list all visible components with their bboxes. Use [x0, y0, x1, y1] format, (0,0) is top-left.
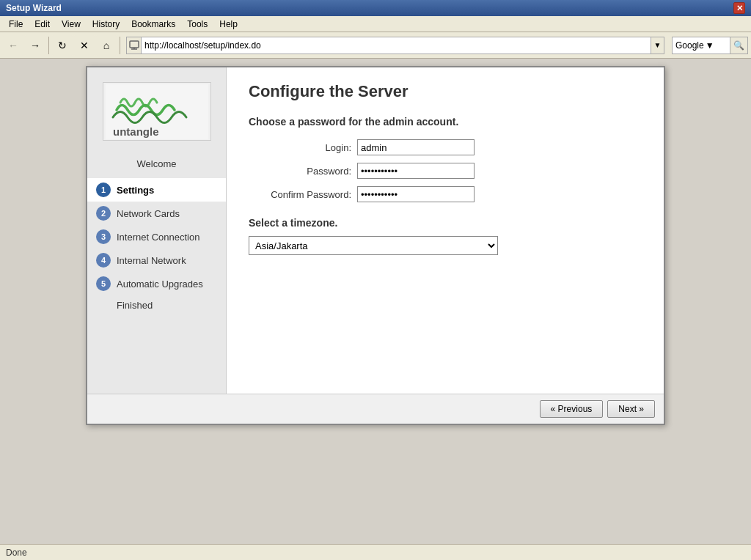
password-row: Password:	[249, 163, 642, 179]
finished-label: Finished	[117, 300, 153, 311]
sidebar-item-internet-connection[interactable]: 3 Internet Connection	[87, 225, 226, 248]
svg-text:untangle: untangle	[113, 125, 159, 138]
step-num-1: 1	[96, 183, 111, 197]
sidebar-item-automatic-upgrades[interactable]: 5 Automatic Upgrades	[87, 272, 226, 295]
browser-content: untangle Welcome 1 Settings 2 Network Ca…	[0, 59, 751, 544]
menu-edit[interactable]: Edit	[29, 18, 56, 31]
sidebar-item-internal-network[interactable]: 4 Internal Network	[87, 248, 226, 272]
next-button[interactable]: Next »	[607, 400, 655, 418]
search-engine-selector[interactable]: Google ▼	[672, 37, 730, 54]
search-dropdown-arrow: ▼	[706, 40, 714, 51]
window-title: Setup Wizard	[6, 3, 62, 13]
svg-rect-0	[130, 41, 139, 48]
menu-bookmarks[interactable]: Bookmarks	[125, 18, 181, 31]
confirm-password-label: Confirm Password:	[249, 189, 351, 200]
toolbar-separator-1	[48, 37, 49, 54]
search-button[interactable]: 🔍	[730, 37, 748, 54]
sidebar-label-internal-network: Internal Network	[117, 255, 186, 266]
logo-box: untangle	[103, 82, 211, 141]
back-button[interactable]: ←	[3, 35, 23, 56]
step-num-3: 3	[96, 229, 111, 244]
status-bar: Done	[0, 544, 751, 560]
login-input[interactable]	[357, 139, 475, 155]
menu-tools[interactable]: Tools	[181, 18, 213, 31]
wizard-footer: « Previous Next »	[87, 394, 664, 424]
sidebar-item-finished[interactable]: Finished	[87, 295, 226, 315]
wizard-sidebar: untangle Welcome 1 Settings 2 Network Ca…	[87, 67, 227, 394]
address-dropdown-button[interactable]: ▼	[651, 37, 664, 54]
timezone-select[interactable]: Asia/JakartaAsia/SingaporeAsia/TokyoAsia…	[249, 236, 498, 255]
status-text: Done	[6, 548, 27, 558]
sidebar-item-network-cards[interactable]: 2 Network Cards	[87, 202, 226, 225]
wizard-window: untangle Welcome 1 Settings 2 Network Ca…	[86, 66, 665, 425]
sidebar-label-network-cards: Network Cards	[117, 208, 180, 219]
wizard-main: Configure the Server Choose a password f…	[227, 67, 664, 394]
title-bar: Setup Wizard ✕	[0, 0, 751, 16]
step-num-4: 4	[96, 253, 111, 268]
sidebar-label-automatic-upgrades: Automatic Upgrades	[117, 279, 203, 290]
sidebar-label-settings: Settings	[117, 185, 154, 196]
confirm-password-row: Confirm Password:	[249, 186, 642, 202]
home-button[interactable]: ⌂	[96, 35, 117, 56]
search-engine-label: Google	[675, 40, 704, 51]
forward-button[interactable]: →	[25, 35, 45, 56]
stop-button[interactable]: ✕	[74, 35, 95, 56]
page-title: Configure the Server	[249, 82, 642, 101]
sidebar-label-internet-connection: Internet Connection	[117, 232, 199, 243]
address-bar-container: ▼	[126, 36, 664, 55]
wizard-body: untangle Welcome 1 Settings 2 Network Ca…	[87, 67, 664, 394]
toolbar: ← → ↻ ✕ ⌂ ▼ Google ▼ 🔍	[0, 32, 751, 59]
password-label: Password:	[249, 166, 351, 177]
confirm-password-input[interactable]	[357, 186, 475, 202]
login-label: Login:	[249, 142, 351, 153]
admin-section-label: Choose a password for the admin account.	[249, 116, 642, 128]
login-row: Login:	[249, 139, 642, 155]
menu-file[interactable]: File	[3, 18, 29, 31]
menu-view[interactable]: View	[56, 18, 87, 31]
menu-history[interactable]: History	[87, 18, 125, 31]
step-num-5: 5	[96, 276, 111, 291]
password-input[interactable]	[357, 163, 475, 179]
address-icon	[126, 37, 141, 54]
welcome-label: Welcome	[137, 158, 177, 169]
toolbar-separator-2	[120, 37, 120, 54]
logo-container: untangle	[87, 75, 226, 155]
timezone-section-label: Select a timezone.	[249, 217, 642, 229]
reload-button[interactable]: ↻	[52, 35, 73, 56]
previous-button[interactable]: « Previous	[540, 400, 604, 418]
timezone-row: Asia/JakartaAsia/SingaporeAsia/TokyoAsia…	[249, 236, 642, 255]
close-button[interactable]: ✕	[733, 2, 745, 14]
menu-bar: File Edit View History Bookmarks Tools H…	[0, 16, 751, 32]
sidebar-welcome: Welcome	[87, 155, 226, 178]
step-num-2: 2	[96, 206, 111, 221]
menu-help[interactable]: Help	[213, 18, 243, 31]
sidebar-item-settings[interactable]: 1 Settings	[87, 178, 226, 202]
search-container: Google ▼ 🔍	[672, 37, 748, 54]
address-input[interactable]	[141, 37, 651, 54]
